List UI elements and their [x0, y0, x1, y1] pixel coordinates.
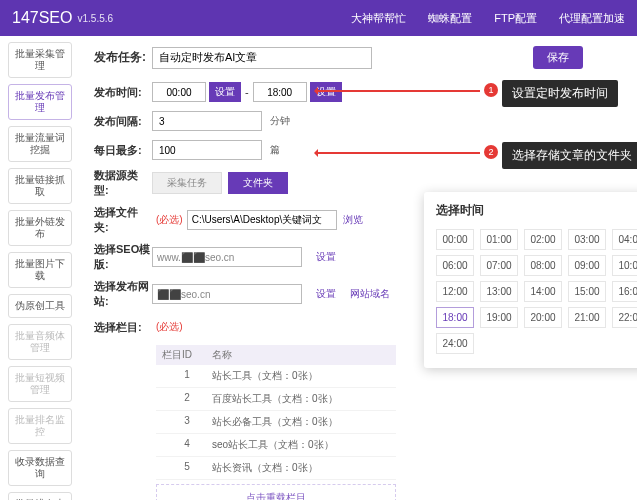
sidebar-item: 批量音频体管理	[8, 324, 72, 360]
sidebar: 批量采集管理批量发布管理批量流量词挖掘批量链接抓取批量外链发布批量图片下载伪原创…	[0, 36, 80, 500]
time-cell[interactable]: 13:00	[480, 281, 518, 302]
sidebar-item[interactable]: 批量链接抓取	[8, 168, 72, 204]
annotation-badge-2: 2	[484, 145, 498, 159]
table-row[interactable]: 4seo站长工具（文档：0张）	[156, 434, 396, 457]
sidebar-item[interactable]: 批量排名查询	[8, 492, 72, 500]
sidebar-item: 批量排名监控	[8, 408, 72, 444]
th-name: 名称	[212, 348, 232, 362]
table-row[interactable]: 5站长资讯（文档：0张）	[156, 457, 396, 480]
browse-button[interactable]: 浏览	[343, 213, 363, 227]
popover-title: 选择时间	[436, 202, 637, 219]
time-cell[interactable]: 16:00	[612, 281, 637, 302]
interval-input[interactable]	[152, 111, 262, 131]
time-cell[interactable]: 18:00	[436, 307, 474, 328]
column-required: (必选)	[156, 320, 183, 334]
save-button[interactable]: 保存	[533, 46, 583, 69]
template-input[interactable]	[152, 247, 302, 267]
daily-max-input[interactable]	[152, 140, 262, 160]
annotation-arrow-1	[316, 90, 480, 92]
main-panel: 发布任务: 保存 发布时间: 设置 - 设置 发布间隔: 分钟 每日最多: 篇 …	[80, 36, 637, 500]
annotation-arrow-2	[316, 152, 480, 154]
time-cell[interactable]: 07:00	[480, 255, 518, 276]
interval-label: 发布间隔:	[94, 114, 152, 129]
column-table: 栏目ID 名称 1站长工具（文档：0张）2百度站长工具（文档：0张）3站长必备工…	[156, 345, 396, 500]
time-picker-popover: 选择时间 00:0001:0002:0003:0004:0005:0006:00…	[424, 192, 637, 368]
source-folder-button[interactable]: 文件夹	[228, 172, 288, 194]
sidebar-item[interactable]: 批量采集管理	[8, 42, 72, 78]
reload-columns-button[interactable]: 点击重载栏目	[156, 484, 396, 500]
sidebar-item[interactable]: 伪原创工具	[8, 294, 72, 318]
publish-time-label: 发布时间:	[94, 85, 152, 100]
time-cell[interactable]: 00:00	[436, 229, 474, 250]
time-cell[interactable]: 06:00	[436, 255, 474, 276]
version: v1.5.5.6	[77, 13, 113, 24]
set-from-button[interactable]: 设置	[209, 82, 241, 102]
app-header: 147SEO v1.5.5.6 大神帮帮忙 蜘蛛配置 FTP配置 代理配置加速	[0, 0, 637, 36]
time-cell[interactable]: 14:00	[524, 281, 562, 302]
time-cell[interactable]: 15:00	[568, 281, 606, 302]
table-row[interactable]: 1站长工具（文档：0张）	[156, 365, 396, 388]
template-label: 选择SEO模版:	[94, 242, 152, 272]
interval-unit: 分钟	[270, 114, 290, 128]
time-grid: 00:0001:0002:0003:0004:0005:0006:0007:00…	[436, 229, 637, 354]
folder-label: 选择文件夹:	[94, 205, 152, 235]
time-cell[interactable]: 09:00	[568, 255, 606, 276]
task-label: 发布任务:	[94, 49, 152, 66]
brand: 147SEO	[12, 9, 72, 27]
nav-proxy[interactable]: 代理配置加速	[559, 11, 625, 26]
time-cell[interactable]: 01:00	[480, 229, 518, 250]
time-cell[interactable]: 03:00	[568, 229, 606, 250]
time-cell[interactable]: 20:00	[524, 307, 562, 328]
source-collect-button[interactable]: 采集任务	[152, 172, 222, 194]
th-id: 栏目ID	[162, 348, 212, 362]
time-cell[interactable]: 24:00	[436, 333, 474, 354]
time-to-input[interactable]	[253, 82, 307, 102]
folder-required: (必选)	[156, 213, 183, 227]
daily-max-label: 每日最多:	[94, 143, 152, 158]
top-nav: 大神帮帮忙 蜘蛛配置 FTP配置 代理配置加速	[351, 11, 625, 26]
daily-max-unit: 篇	[270, 143, 280, 157]
annotation-badge-1: 1	[484, 83, 498, 97]
folder-path-input[interactable]	[187, 210, 337, 230]
column-label: 选择栏目:	[94, 320, 152, 335]
sidebar-item[interactable]: 批量流量词挖掘	[8, 126, 72, 162]
time-cell[interactable]: 19:00	[480, 307, 518, 328]
source-type-label: 数据源类型:	[94, 168, 152, 198]
time-cell[interactable]: 08:00	[524, 255, 562, 276]
time-cell[interactable]: 12:00	[436, 281, 474, 302]
time-cell[interactable]: 22:00	[612, 307, 637, 328]
site-domain-link[interactable]: 网站域名	[350, 287, 390, 301]
sidebar-item[interactable]: 批量图片下载	[8, 252, 72, 288]
time-cell[interactable]: 02:00	[524, 229, 562, 250]
nav-spider[interactable]: 蜘蛛配置	[428, 11, 472, 26]
task-name-input[interactable]	[152, 47, 372, 69]
sidebar-item: 批量短视频管理	[8, 366, 72, 402]
site-input[interactable]	[152, 284, 302, 304]
time-from-input[interactable]	[152, 82, 206, 102]
annotation-callout-2: 选择存储文章的文件夹	[502, 142, 637, 169]
sidebar-item[interactable]: 批量发布管理	[8, 84, 72, 120]
sidebar-item[interactable]: 批量外链发布	[8, 210, 72, 246]
table-row[interactable]: 3站长必备工具（文档：0张）	[156, 411, 396, 434]
site-set-link[interactable]: 设置	[316, 287, 336, 301]
time-cell[interactable]: 04:00	[612, 229, 637, 250]
time-cell[interactable]: 10:00	[612, 255, 637, 276]
time-cell[interactable]: 21:00	[568, 307, 606, 328]
nav-help[interactable]: 大神帮帮忙	[351, 11, 406, 26]
site-label: 选择发布网站:	[94, 279, 152, 309]
annotation-callout-1: 设置定时发布时间	[502, 80, 618, 107]
table-row[interactable]: 2百度站长工具（文档：0张）	[156, 388, 396, 411]
nav-ftp[interactable]: FTP配置	[494, 11, 537, 26]
sidebar-item[interactable]: 收录数据查询	[8, 450, 72, 486]
template-set-link[interactable]: 设置	[316, 250, 336, 264]
